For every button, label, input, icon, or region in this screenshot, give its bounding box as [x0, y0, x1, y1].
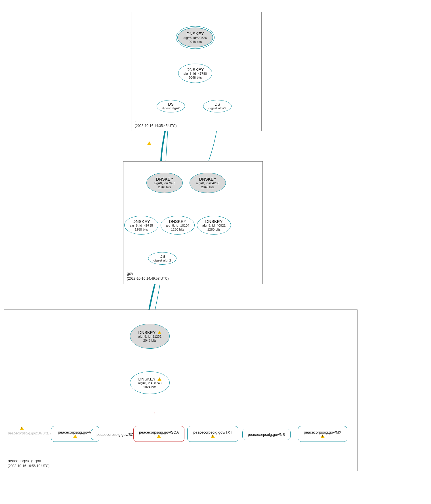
- root-zsk-line1: alg=8, id=46780: [184, 72, 207, 76]
- gov-zsk3-line2: 1280 bits: [207, 228, 221, 231]
- zone-gov-ts: (2023-10-16 14:49:58 UTC): [127, 276, 169, 281]
- leaf-ksk-line1: alg=8, id=51232: [138, 335, 162, 338]
- node-gov-zsk1: DNSKEY alg=8, id=49735 1280 bits: [124, 216, 158, 235]
- zone-leaf-label: peacecorpsoig.gov (2023-10-16 16:56:19 U…: [8, 458, 49, 468]
- gov-ds-line1: digest alg=2: [154, 259, 171, 262]
- root-ksk-title: DNSKEY: [186, 31, 204, 36]
- root-zsk-line2: 2048 bits: [189, 76, 202, 80]
- gov-ksk2-line1: alg=8, id=64280: [196, 181, 220, 185]
- node-root-ds1: DS digest alg=2: [157, 100, 185, 112]
- gov-ksk1-title: DNSKEY: [156, 177, 173, 181]
- zone-root-label: . (2023-10-16 14:35:45 UTC): [135, 118, 176, 128]
- root-ds2-line1: digest alg=2: [209, 106, 226, 110]
- rr-a-label: peacecorpsoig.gov/A: [58, 430, 92, 434]
- node-root-zsk: DNSKEY alg=8, id=46780 2048 bits: [178, 64, 212, 83]
- zone-leaf: peacecorpsoig.gov (2023-10-16 16:56:19 U…: [4, 309, 358, 471]
- zone-gov-label: gov (2023-10-16 14:49:58 UTC): [127, 271, 169, 281]
- phantom-dnskey-label: peacecorpsoig.gov/DNSKEY: [8, 431, 51, 435]
- leaf-ksk-line2: 2048 bits: [143, 339, 157, 342]
- gov-ksk1-line1: alg=8, id=7698: [154, 181, 175, 185]
- gov-zsk3-line1: alg=8, id=40921: [202, 224, 226, 227]
- zone-leaf-ts: (2023-10-16 16:56:19 UTC): [8, 464, 49, 468]
- warning-icon: [321, 434, 325, 438]
- zone-root-name: .: [135, 118, 176, 124]
- node-gov-ksk2: DNSKEY alg=8, id=64280 2048 bits: [190, 173, 226, 193]
- warning-icon: [157, 377, 161, 381]
- gov-zsk2-line2: 1280 bits: [171, 228, 184, 231]
- gov-ksk2-line2: 2048 bits: [201, 185, 215, 189]
- root-ksk-line2: 2048 bits: [189, 40, 202, 44]
- root-ds1-title: DS: [168, 102, 173, 106]
- node-rr-txt: peacecorpsoig.gov/TXT: [187, 426, 238, 442]
- node-gov-zsk2: DNSKEY alg=8, id=10104 1280 bits: [161, 216, 195, 235]
- gov-zsk1-title: DNSKEY: [133, 219, 150, 224]
- error-icon: [152, 411, 157, 415]
- phantom-dnskey: peacecorpsoig.gov/DNSKEY: [8, 425, 51, 436]
- node-root-ds2: DS digest alg=2: [203, 100, 232, 112]
- leaf-zsk-title: DNSKEY: [138, 377, 156, 381]
- zone-root-ts: (2023-10-16 14:35:45 UTC): [135, 124, 176, 128]
- gov-ds-title: DS: [159, 254, 165, 259]
- leaf-zsk-line2: 1024 bits: [143, 385, 157, 389]
- gov-zsk2-line1: alg=8, id=10104: [166, 224, 190, 227]
- node-rr-soa2: peacecorpsoig.gov/SOA: [133, 426, 184, 442]
- leaf-zsk-line1: alg=8, id=58743: [138, 381, 162, 385]
- warning-icon: [157, 331, 161, 334]
- root-zsk-title: DNSKEY: [186, 67, 204, 72]
- gov-ksk1-line2: 2048 bits: [158, 185, 171, 189]
- gov-ksk2-title: DNSKEY: [199, 177, 216, 181]
- warning-icon: [147, 141, 151, 145]
- node-rr-ns: peacecorpsoig.gov/NS: [242, 429, 291, 440]
- rr-mx-label: peacecorpsoig.gov/MX: [304, 430, 341, 434]
- zone-leaf-name: peacecorpsoig.gov: [8, 458, 49, 464]
- rr-soa2-label: peacecorpsoig.gov/SOA: [139, 430, 179, 434]
- warning-icon: [211, 434, 215, 438]
- node-rr-mx: peacecorpsoig.gov/MX: [298, 426, 347, 442]
- warning-icon: [20, 426, 24, 430]
- root-ds2-title: DS: [215, 102, 220, 106]
- node-root-ksk: DNSKEY alg=8, id=20326 2048 bits: [176, 26, 215, 49]
- gov-zsk1-line1: alg=8, id=49735: [130, 224, 153, 227]
- node-gov-zsk3: DNSKEY alg=8, id=40921 1280 bits: [197, 216, 231, 235]
- root-ksk-line1: alg=8, id=20326: [184, 36, 207, 40]
- warning-icon: [157, 434, 161, 438]
- gov-zsk1-line2: 1280 bits: [135, 228, 148, 231]
- rr-soa1-label: peacecorpsoig.gov/SOA: [96, 432, 136, 437]
- zone-gov-name: gov: [127, 271, 169, 276]
- node-gov-ksk1: DNSKEY alg=8, id=7698 2048 bits: [146, 173, 183, 193]
- rr-txt-label: peacecorpsoig.gov/TXT: [193, 430, 232, 434]
- leaf-ksk-title: DNSKEY: [138, 330, 156, 335]
- root-ds1-line1: digest alg=2: [162, 106, 180, 110]
- gov-zsk3-title: DNSKEY: [205, 219, 223, 224]
- gov-zsk2-title: DNSKEY: [169, 219, 186, 224]
- rr-ns-label: peacecorpsoig.gov/NS: [248, 432, 285, 437]
- warning-icon: [73, 434, 77, 438]
- node-gov-ds: DS digest alg=2: [148, 252, 176, 265]
- node-leaf-ksk: DNSKEY alg=8, id=51232 2048 bits: [130, 324, 170, 349]
- node-leaf-zsk: DNSKEY alg=8, id=58743 1024 bits: [130, 371, 170, 394]
